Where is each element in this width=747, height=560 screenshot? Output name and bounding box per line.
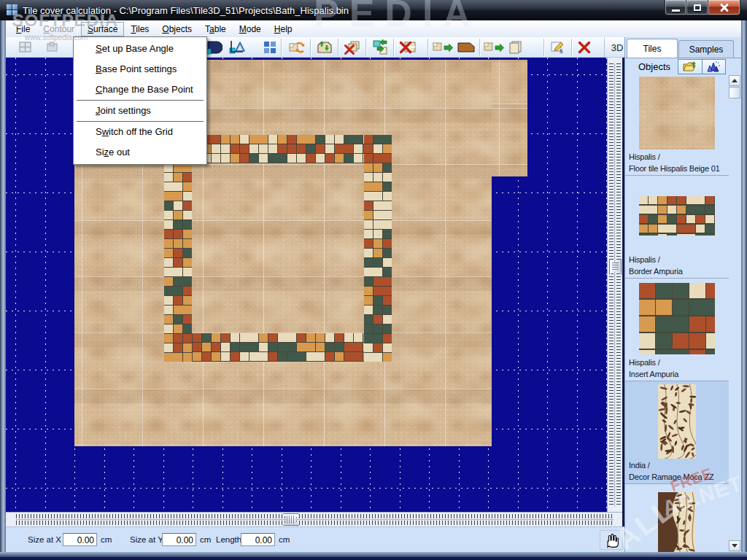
toolbar-separator bbox=[365, 39, 366, 56]
grid-line bbox=[6, 488, 607, 489]
arrow-down-icon bbox=[732, 544, 738, 548]
mosaic-border-left[interactable] bbox=[164, 135, 192, 362]
minimize-button[interactable] bbox=[665, 0, 686, 15]
toolbar-delete-surface[interactable] bbox=[573, 38, 595, 57]
objects-label: Objects bbox=[638, 61, 670, 72]
toolbar-separator bbox=[281, 39, 282, 56]
scroll-down-button[interactable] bbox=[729, 540, 740, 551]
menu-item-joint-settings[interactable]: Joint settings bbox=[74, 101, 206, 121]
tab-tiles[interactable]: Tiles bbox=[627, 39, 678, 58]
render-3d-button[interactable] bbox=[703, 60, 726, 74]
watermark-softpedia: SOFTPEDIA bbox=[12, 10, 118, 31]
horizontal-scrollbar[interactable] bbox=[6, 512, 622, 526]
sample-name: Insert Ampuria bbox=[629, 370, 725, 381]
status-bar: Size at X0.00cmSize at Y0.00cmLength0.00… bbox=[6, 526, 624, 552]
close-icon bbox=[720, 3, 729, 12]
scroll-up-button[interactable] bbox=[729, 75, 740, 86]
toolbar-separator bbox=[571, 39, 572, 56]
toolbar-delete-tiles[interactable] bbox=[339, 38, 365, 57]
mosaic-border-right[interactable] bbox=[364, 135, 392, 362]
sample-brand: Hispalis / bbox=[629, 358, 725, 370]
menu-mode[interactable]: Mode bbox=[233, 22, 268, 36]
sample-thumbnail[interactable] bbox=[639, 196, 715, 236]
maximize-icon bbox=[694, 4, 701, 11]
toolbar-separator bbox=[338, 39, 338, 56]
menu-help[interactable]: Help bbox=[268, 22, 299, 36]
sample-brand: Hispalis / bbox=[629, 255, 725, 267]
toolbar-separator bbox=[393, 39, 394, 56]
sample-item-1[interactable]: Hispalis /Floor tile Hispalis Beige 01 bbox=[625, 73, 729, 176]
status-unit-2: cm bbox=[200, 535, 211, 544]
grid-line bbox=[45, 58, 46, 512]
status-label-3: Length bbox=[216, 535, 241, 544]
status-unit-3: cm bbox=[279, 535, 290, 544]
mosaic-border-bottom[interactable] bbox=[164, 333, 392, 362]
surface-dropdown-menu: Set up Base AngleBase Point settingsChan… bbox=[73, 36, 207, 165]
menu-item-change-the-base-point[interactable]: Change the Base Point bbox=[74, 79, 206, 100]
menu-item-base-point-settings[interactable]: Base Point settings bbox=[74, 59, 206, 79]
toolbar-tile-to-pages[interactable] bbox=[481, 38, 533, 57]
toolbar-delete-add[interactable] bbox=[395, 38, 421, 57]
sample-name: Floor tile Hispalis Beige 01 bbox=[629, 164, 725, 176]
status-input-1[interactable]: 0.00 bbox=[63, 533, 97, 546]
sample-thumbnail[interactable] bbox=[658, 384, 696, 459]
toolbar-recalc-tiles[interactable] bbox=[284, 38, 310, 57]
menu-table[interactable]: Table bbox=[198, 22, 233, 36]
minimize-icon bbox=[672, 9, 680, 12]
window-border-right bbox=[741, 20, 747, 556]
sample-thumbnail[interactable] bbox=[639, 77, 715, 149]
status-input-2[interactable]: 0.00 bbox=[162, 533, 196, 546]
watermark-pedia: PEDIA bbox=[314, 0, 481, 35]
floor-surface-extension[interactable] bbox=[492, 60, 527, 176]
svg-text:s: s bbox=[560, 47, 563, 55]
toolbar-separator bbox=[427, 39, 428, 56]
window-border-left bbox=[0, 20, 6, 556]
tab-samples[interactable]: Samples bbox=[678, 40, 734, 58]
sample-item-2[interactable]: Hispalis /Border Ampuria bbox=[625, 176, 729, 279]
scroll-thumb[interactable] bbox=[729, 87, 740, 98]
menu-item-switch-off-the-grid[interactable]: Switch off the Grid bbox=[74, 122, 206, 142]
grid-line bbox=[15, 58, 16, 512]
desktop-edge bbox=[0, 557, 747, 560]
toolbar-replace-tiles[interactable] bbox=[367, 38, 393, 57]
grid-line bbox=[547, 58, 548, 512]
toolbar-import-export-box[interactable] bbox=[311, 38, 338, 57]
menu-tiles[interactable]: Tiles bbox=[124, 22, 155, 36]
grid-line bbox=[577, 58, 578, 512]
status-label-2: Size at Y bbox=[130, 535, 163, 544]
sample-thumbnail[interactable] bbox=[639, 283, 715, 354]
toolbar-separator bbox=[479, 39, 480, 56]
arrow-up-icon bbox=[732, 79, 738, 82]
sample-item-3[interactable]: Hispalis /Insert Ampuria bbox=[625, 279, 729, 381]
maximize-button[interactable] bbox=[686, 0, 708, 15]
menu-objects[interactable]: Objects bbox=[155, 22, 198, 36]
menu-item-set-up-base-angle[interactable]: Set up Base Angle bbox=[74, 39, 206, 59]
window-border-bottom bbox=[0, 552, 747, 557]
status-unit-1: cm bbox=[101, 535, 112, 544]
toolbar-separator bbox=[543, 39, 544, 56]
status-label-1: Size at X bbox=[28, 535, 61, 544]
menu-item-size-out[interactable]: Size out bbox=[74, 142, 206, 163]
load-object-button[interactable] bbox=[678, 60, 703, 74]
status-input-3[interactable]: 0.00 bbox=[241, 533, 275, 546]
watermark-softpedia-url: www.softpedia.com bbox=[25, 34, 88, 42]
toolbar-base-angle[interactable] bbox=[224, 38, 250, 57]
toolbar-tile-to-contour[interactable] bbox=[432, 38, 480, 57]
sample-brand: Hispalis / bbox=[629, 152, 725, 164]
toolbar-edit-sample[interactable]: s bbox=[547, 38, 569, 57]
close-button[interactable] bbox=[708, 0, 740, 15]
toolbar-separator bbox=[310, 39, 311, 56]
sample-name: Border Ampuria bbox=[629, 267, 725, 279]
sample-item-4[interactable]: India /Decor Ramage Moca ZZ bbox=[625, 381, 729, 484]
toolbar-four-squares[interactable] bbox=[257, 38, 283, 57]
vertical-scrollbar[interactable] bbox=[607, 58, 622, 512]
